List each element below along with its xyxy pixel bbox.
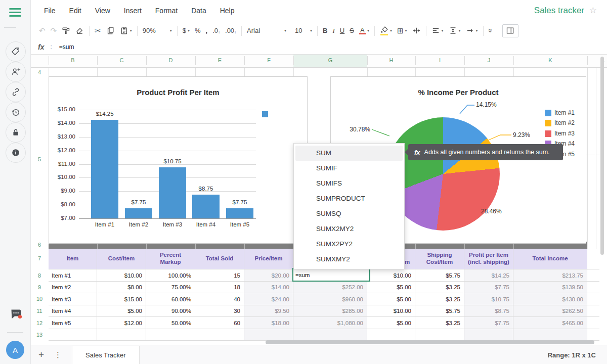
favorite-star-icon[interactable]: ☆: [589, 5, 597, 16]
bar-Item #3[interactable]: [159, 167, 186, 218]
chat-icon[interactable]: [10, 307, 23, 321]
document-title[interactable]: Sales tracker: [534, 6, 584, 16]
table-cell[interactable]: Item #3: [49, 293, 97, 305]
column-header-G[interactable]: G: [328, 57, 333, 63]
formula-bar[interactable]: fx : =sum: [30, 40, 607, 55]
table-cell[interactable]: $12.00: [97, 317, 146, 329]
table-cell[interactable]: 75.00%: [146, 282, 195, 293]
table-cell[interactable]: 18: [195, 282, 244, 293]
table-cell[interactable]: $18.00: [244, 317, 293, 329]
table-cell[interactable]: 100.00%: [146, 269, 195, 282]
table-header-cell[interactable]: Profit per Item (incl. shipping): [464, 249, 513, 269]
table-header-cell[interactable]: Total Sold: [195, 249, 244, 269]
table-header-cell[interactable]: Price/Item: [244, 249, 293, 269]
font-size-select[interactable]: 10▾: [295, 27, 312, 34]
table-cell[interactable]: 60.00%: [146, 293, 195, 305]
table-cell[interactable]: [195, 329, 244, 341]
paste-button[interactable]: ▾: [120, 26, 132, 35]
table-cell[interactable]: $7.75: [464, 282, 513, 293]
table-cell[interactable]: Item #1: [49, 269, 97, 282]
table-cell[interactable]: [244, 329, 293, 341]
lock-icon[interactable]: [6, 122, 26, 143]
table-cell[interactable]: $7.75: [464, 317, 513, 329]
legend-item[interactable]: Item #3: [545, 130, 575, 137]
row-header-7[interactable]: 7: [30, 255, 49, 261]
table-header-cell[interactable]: [587, 249, 599, 269]
merge-cells-button[interactable]: [412, 26, 421, 35]
table-cell[interactable]: Item #2: [49, 282, 97, 293]
more-tools-chevron-icon[interactable]: »: [486, 28, 495, 32]
font-family-select[interactable]: Arial▾: [247, 27, 286, 34]
table-cell[interactable]: $5.00: [367, 293, 415, 305]
table-header-cell[interactable]: Percent Markup: [146, 249, 195, 269]
table-cell[interactable]: [587, 305, 599, 317]
percent-format-button[interactable]: %: [195, 27, 201, 34]
table-cell[interactable]: $24.00: [244, 293, 293, 305]
table-cell[interactable]: $15.00: [97, 293, 146, 305]
table-header-cell[interactable]: Shipping Cost/Item: [415, 249, 464, 269]
menu-format[interactable]: Format: [155, 7, 178, 15]
table-cell[interactable]: $9.50: [244, 305, 293, 317]
row-header-12[interactable]: 12: [30, 320, 49, 326]
underline-button[interactable]: U: [340, 27, 344, 34]
table-cell[interactable]: $20.00: [244, 269, 293, 282]
right-panel-toggle-button[interactable]: [502, 24, 518, 37]
add-sheet-button[interactable]: +: [38, 349, 44, 360]
row-header-13[interactable]: 13: [30, 332, 49, 338]
italic-button[interactable]: I: [333, 27, 335, 35]
table-cell[interactable]: [587, 269, 599, 282]
column-headers[interactable]: BCDEFGHIJKL: [30, 54, 607, 68]
table-cell[interactable]: $1,080.00: [293, 317, 367, 329]
decrease-decimal-button[interactable]: .0↓: [212, 27, 220, 34]
table-cell[interactable]: $14.25: [464, 269, 513, 282]
table-cell[interactable]: $10.00: [367, 269, 415, 282]
table-cell[interactable]: $465.00: [513, 317, 587, 329]
table-cell[interactable]: $10.00: [97, 269, 146, 282]
table-cell[interactable]: $8.75: [464, 305, 513, 317]
vertical-align-button[interactable]: ▾: [449, 26, 461, 35]
row-header-9[interactable]: 9: [30, 284, 49, 290]
legend-item[interactable]: Item #1: [545, 109, 575, 116]
bar-Item #5[interactable]: [226, 208, 253, 218]
column-header-J[interactable]: J: [488, 57, 491, 63]
currency-format-button[interactable]: $▾: [183, 27, 190, 34]
column-header-B[interactable]: B: [71, 57, 74, 63]
table-cell[interactable]: $5.00: [367, 282, 415, 293]
menu-help[interactable]: Help: [220, 7, 235, 15]
sheet-tab[interactable]: Sales Tracker: [72, 346, 139, 364]
table-header-cell[interactable]: Cost/Item: [97, 249, 146, 269]
horizontal-align-button[interactable]: ▾: [431, 26, 444, 35]
fill-color-button[interactable]: ▾: [380, 26, 392, 36]
table-cell[interactable]: Item #4: [49, 305, 97, 317]
autocomplete-item-sumxmy2[interactable]: SUMXMY2: [294, 252, 404, 267]
table-cell[interactable]: $5.75: [415, 269, 464, 282]
row-header-6[interactable]: 6: [30, 242, 49, 248]
format-painter-button[interactable]: [62, 26, 70, 35]
avatar[interactable]: A: [6, 341, 24, 359]
table-cell[interactable]: $8.00: [97, 282, 146, 293]
row-header-4[interactable]: 4: [30, 69, 49, 75]
comma-format-button[interactable]: ,: [206, 27, 208, 34]
table-cell[interactable]: $252.00: [293, 282, 367, 293]
info-icon[interactable]: [6, 143, 26, 163]
autocomplete-item-sumx2py2[interactable]: SUMX2PY2: [294, 237, 404, 252]
table-cell[interactable]: $5.75: [415, 305, 464, 317]
table-cell[interactable]: [415, 329, 464, 341]
hamburger-menu-icon[interactable]: [9, 8, 21, 18]
table-cell[interactable]: [464, 329, 513, 341]
bar-Item #2[interactable]: [125, 208, 152, 218]
column-header-I[interactable]: I: [439, 57, 441, 63]
table-cell[interactable]: [587, 282, 599, 293]
bar-chart[interactable]: Product Profit Per Item $15.00$14.00$13.…: [49, 76, 308, 244]
table-cell[interactable]: $14.00: [244, 282, 293, 293]
active-cell-editor[interactable]: =sum: [292, 268, 370, 282]
tag-icon[interactable]: [6, 41, 26, 62]
legend-item[interactable]: Item #2: [545, 119, 575, 126]
table-cell[interactable]: $3.25: [415, 317, 464, 329]
table-cell[interactable]: $5.00: [97, 305, 146, 317]
table-cell[interactable]: [146, 329, 195, 341]
cut-button[interactable]: ✂: [95, 26, 101, 35]
sheet-list-button[interactable]: ⋮: [54, 350, 62, 359]
link-icon[interactable]: [6, 82, 26, 102]
column-header-H[interactable]: H: [389, 57, 394, 63]
